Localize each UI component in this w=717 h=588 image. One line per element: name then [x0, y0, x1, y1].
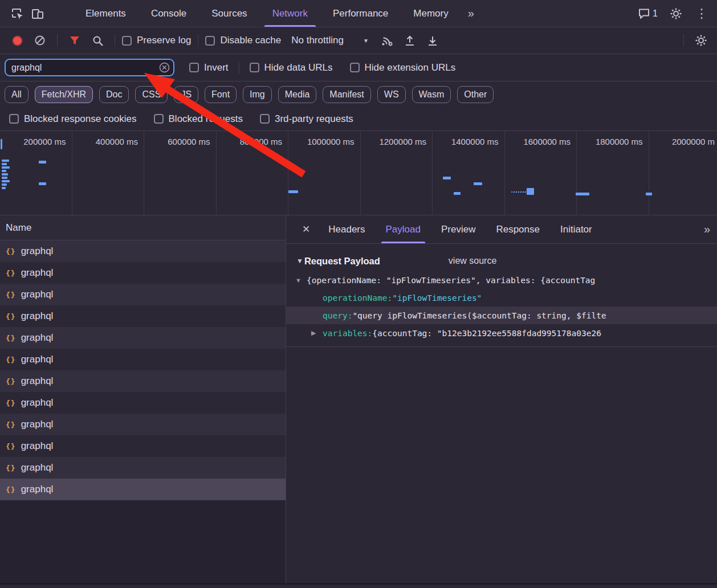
disable-cache-checkbox[interactable]: Disable cache [205, 35, 281, 46]
close-icon[interactable]: ✕ [294, 223, 318, 235]
tab-elements[interactable]: Elements [73, 0, 138, 27]
table-row[interactable]: {}graphql [0, 305, 286, 327]
tab-network[interactable]: Network [260, 0, 320, 27]
waterfall-bar[interactable] [39, 161, 46, 164]
clear-filter-icon[interactable] [159, 62, 170, 73]
filter-input[interactable] [5, 59, 174, 76]
filter-chip-media[interactable]: Media [278, 86, 317, 103]
waterfall-bar[interactable] [443, 177, 451, 179]
waterfall-bar[interactable] [2, 183, 7, 186]
waterfall-bar[interactable] [511, 191, 528, 193]
waterfall-bar[interactable] [2, 187, 6, 189]
checkbox-box[interactable] [122, 36, 132, 46]
tab-sources[interactable]: Sources [199, 0, 259, 27]
checkbox-box[interactable] [350, 63, 360, 72]
filter-chip-js[interactable]: JS [174, 86, 198, 103]
checkbox-box[interactable] [250, 63, 259, 72]
table-row[interactable]: {}graphql [0, 479, 286, 500]
filter-chip-doc[interactable]: Doc [99, 86, 129, 103]
filter-chip-other[interactable]: Other [457, 86, 494, 103]
network-overview-timeline[interactable]: 200000 ms400000 ms600000 ms800000 ms1000… [0, 131, 717, 215]
checkbox-box[interactable] [189, 63, 199, 72]
payload-tree-row[interactable]: ▶variables: {accountTag: "b12e3b2192ee55… [286, 324, 717, 342]
checkbox-blocked-requests[interactable]: Blocked requests [154, 113, 243, 125]
table-row[interactable]: {}graphql [0, 392, 286, 414]
filter-chip-wasm[interactable]: Wasm [412, 86, 451, 103]
waterfall-bar[interactable] [39, 182, 46, 185]
inspect-icon[interactable] [7, 4, 27, 23]
waterfall-bar[interactable] [2, 170, 6, 172]
waterfall-bar[interactable] [2, 177, 7, 179]
filter-funnel-icon[interactable] [64, 31, 85, 50]
filter-chip-manifest[interactable]: Manifest [323, 86, 370, 103]
waterfall-bar[interactable] [474, 182, 482, 185]
table-row[interactable]: {}graphql [0, 284, 286, 305]
payload-tree-row[interactable]: ▼{operationName: "ipFlowTimeseries", var… [286, 271, 717, 289]
waterfall-bar[interactable] [576, 193, 589, 195]
waterfall-bar[interactable] [527, 188, 534, 195]
tab-preview[interactable]: Preview [431, 215, 486, 243]
table-row[interactable]: {}graphql [0, 262, 286, 284]
table-row[interactable]: {}graphql [0, 240, 286, 262]
tab-performance[interactable]: Performance [320, 0, 401, 27]
console-drawer-button[interactable]: 1 [638, 7, 658, 20]
payload-tree-row[interactable]: operationName: "ipFlowTimeseries" [286, 289, 717, 307]
export-har-icon[interactable] [422, 31, 443, 50]
checkbox-box[interactable] [260, 114, 270, 124]
tab-headers[interactable]: Headers [318, 215, 375, 243]
clear-button[interactable] [30, 31, 50, 50]
search-icon[interactable] [87, 31, 108, 50]
table-row[interactable]: {}graphql [0, 327, 286, 349]
name-column-header[interactable]: Name [0, 215, 286, 240]
hide-data-urls-checkbox[interactable]: Hide data URLs [250, 62, 333, 74]
filter-chip-ws[interactable]: WS [377, 86, 406, 103]
throttling-select[interactable]: No throttling ▼ [291, 35, 369, 46]
checkbox-box[interactable] [154, 114, 164, 124]
record-button[interactable] [7, 31, 27, 50]
waterfall-bar[interactable] [2, 173, 8, 175]
table-row[interactable]: {}graphql [0, 435, 286, 457]
device-toolbar-icon[interactable] [27, 4, 48, 23]
filter-chip-fetch-xhr[interactable]: Fetch/XHR [35, 86, 93, 103]
filter-chip-css[interactable]: CSS [135, 86, 168, 103]
waterfall-bar[interactable] [646, 193, 652, 195]
network-conditions-icon[interactable] [377, 31, 397, 50]
tab-console[interactable]: Console [138, 0, 199, 27]
table-row[interactable]: {}graphql [0, 370, 286, 392]
tab-memory[interactable]: Memory [401, 0, 461, 27]
checkbox-3rd-party-requests[interactable]: 3rd-party requests [260, 113, 353, 125]
import-har-icon[interactable] [400, 31, 420, 50]
tab-initiator[interactable]: Initiator [550, 215, 602, 243]
invert-checkbox[interactable]: Invert [189, 62, 229, 74]
network-settings-gear-icon[interactable] [691, 31, 711, 50]
waterfall-bar[interactable] [454, 192, 461, 195]
tab-payload[interactable]: Payload [376, 215, 431, 243]
filter-input-container[interactable] [5, 59, 174, 76]
filter-chip-img[interactable]: Img [243, 86, 272, 103]
waterfall-bar[interactable] [2, 160, 9, 162]
waterfall-bar[interactable] [2, 180, 10, 182]
table-row[interactable]: {}graphql [0, 457, 286, 479]
waterfall-bar[interactable] [288, 190, 298, 193]
table-row[interactable]: {}graphql [0, 414, 286, 435]
table-row[interactable]: {}graphql [0, 349, 286, 370]
disclosure-right-icon[interactable]: ▶ [311, 329, 323, 337]
disclosure-down-icon[interactable]: ▼ [296, 257, 303, 265]
payload-tree-row[interactable]: query: "query ipFlowTimeseries($accountT… [286, 307, 717, 324]
waterfall-bar[interactable] [1, 139, 2, 149]
disclosure-down-icon[interactable]: ▼ [295, 277, 307, 284]
menu-dots-icon[interactable]: ⋮ [686, 6, 717, 21]
more-detail-tabs-icon[interactable]: » [697, 223, 717, 236]
checkbox-box[interactable] [9, 114, 19, 124]
filter-chip-all[interactable]: All [5, 86, 28, 103]
preserve-log-checkbox[interactable]: Preserve log [122, 35, 191, 46]
settings-gear-icon[interactable] [666, 4, 686, 23]
waterfall-bar[interactable] [2, 166, 10, 169]
filter-chip-font[interactable]: Font [205, 86, 237, 103]
view-source-link[interactable]: view source [449, 256, 496, 266]
hide-extension-urls-checkbox[interactable]: Hide extension URLs [350, 62, 456, 74]
waterfall-bar[interactable] [2, 163, 7, 165]
checkbox-box[interactable] [205, 36, 215, 46]
more-tabs-icon[interactable]: » [461, 7, 481, 20]
checkbox-blocked-response-cookies[interactable]: Blocked response cookies [9, 113, 137, 125]
